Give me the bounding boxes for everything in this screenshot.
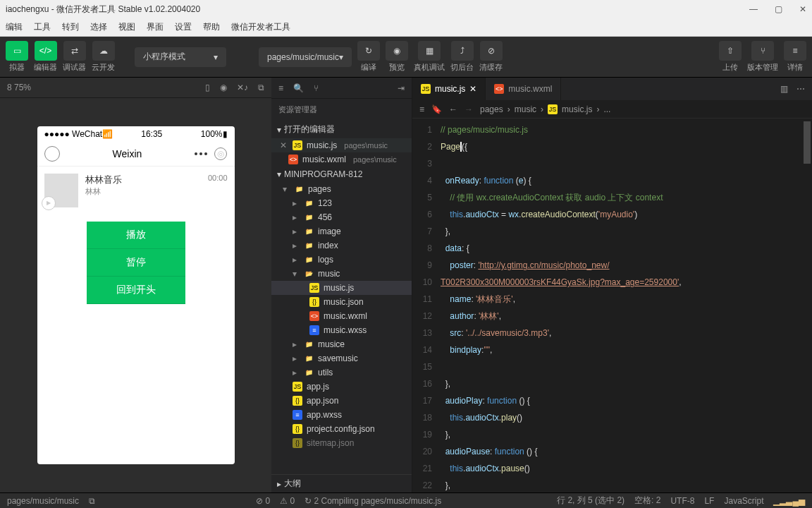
preview-button[interactable]: ◉预览 (386, 41, 408, 73)
minimize-icon[interactable]: — (749, 4, 758, 14)
copy-path-icon[interactable]: ⧉ (89, 496, 95, 506)
zoom-level[interactable]: 8 75% (7, 83, 195, 92)
file-music-js[interactable]: JSmusic.js (271, 281, 412, 295)
folder-music[interactable]: ▾📂music (271, 267, 412, 281)
open-editor-item[interactable]: <>music.wxmlpages\music (271, 152, 412, 167)
maximize-icon[interactable]: ▢ (775, 4, 782, 14)
status-encoding[interactable]: UTF-8 (670, 496, 694, 506)
split-icon[interactable]: ▥ (780, 84, 788, 94)
capsule-close-icon[interactable]: ◎ (214, 147, 227, 160)
outline-header[interactable]: ▸大纲 (271, 474, 412, 492)
realdebug-button[interactable]: ▦真机调试 (414, 41, 445, 73)
signal-icon: ▁▂▃▄▅ (773, 496, 805, 506)
mute-icon[interactable]: ✕♪ (237, 83, 248, 92)
status-spaces[interactable]: 空格: 2 (634, 495, 660, 507)
status-warnings[interactable]: ⚠ 0 (280, 496, 295, 506)
folder-item[interactable]: ▸📁image (271, 224, 412, 238)
bookmark-icon[interactable]: 🔖 (431, 104, 442, 114)
branch-icon[interactable]: ⑂ (314, 83, 319, 93)
menu-goto[interactable]: 转到 (62, 21, 79, 33)
explorer-panel: ≡ 🔍 ⑂ ⇥ 资源管理器 ▾打开的编辑器 ✕JSmusic.jspages\m… (271, 78, 412, 492)
folder-item[interactable]: ▸📁savemusic (271, 351, 412, 365)
bookmark-icon[interactable]: ≡ (419, 104, 424, 114)
explorer-menu-icon[interactable]: ≡ (278, 83, 283, 93)
file-music-wxml[interactable]: <>music.wxml (271, 309, 412, 323)
menu-interface[interactable]: 界面 (147, 21, 164, 33)
menu-help[interactable]: 帮助 (203, 21, 220, 33)
tab-music-js[interactable]: JSmusic.js✕ (412, 78, 486, 100)
device-icon[interactable]: ▯ (205, 83, 210, 92)
close-icon[interactable]: ✕ (799, 4, 806, 14)
pause-button[interactable]: 暂停 (87, 249, 185, 277)
open-editor-item[interactable]: ✕JSmusic.jspages\music (271, 138, 412, 152)
file-music-wxss[interactable]: ≡music.wxss (271, 323, 412, 337)
collapse-icon[interactable]: ⇥ (398, 83, 405, 93)
file-project-config[interactable]: {}project.config.json (271, 422, 412, 436)
menu-edit[interactable]: 编辑 (6, 21, 23, 33)
audio-author: 林林 (85, 186, 201, 197)
details-button[interactable]: ≡详情 (784, 41, 806, 73)
more-icon[interactable]: ⋯ (796, 84, 805, 94)
editor-toggle[interactable]: </>编辑器 (34, 41, 57, 73)
play-button[interactable]: 播放 (87, 222, 185, 249)
simulator-toggle[interactable]: ▭拟器 (6, 41, 28, 73)
debugger-toggle[interactable]: ⇄调试器 (63, 41, 86, 73)
file-sitemap[interactable]: {}sitemap.json (271, 436, 412, 450)
folder-pages[interactable]: ▾📁pages (271, 182, 412, 196)
status-lang[interactable]: JavaScript (724, 496, 763, 506)
folder-item[interactable]: ▸📁musice (271, 337, 412, 351)
record-icon[interactable]: ◉ (220, 83, 227, 92)
cloud-dev[interactable]: ☁云开发 (92, 41, 115, 73)
status-bar: pages/music/music ⧉ ⊘ 0 ⚠ 0 ↻ 2 Compilin… (0, 492, 812, 508)
file-music-json[interactable]: {}music.json (271, 295, 412, 309)
folder-item[interactable]: ▸📁123 (271, 196, 412, 210)
compile-button[interactable]: ↻编译 (357, 41, 380, 73)
menu-settings[interactable]: 设置 (175, 21, 192, 33)
audio-cover[interactable] (44, 174, 78, 207)
explorer-title: 资源管理器 (271, 99, 412, 121)
background-button[interactable]: ⤴切后台 (450, 41, 474, 73)
home-icon[interactable] (44, 146, 60, 162)
status-page-path[interactable]: pages/music/music (7, 496, 79, 506)
search-icon[interactable]: 🔍 (293, 83, 304, 93)
folder-item[interactable]: ▸📁index (271, 238, 412, 253)
status-cursor[interactable]: 行 2, 列 5 (选中 2) (557, 495, 625, 507)
status-eol[interactable]: LF (704, 496, 714, 506)
audio-time: 00:00 (208, 174, 228, 207)
folder-item[interactable]: ▸📁456 (271, 210, 412, 224)
phone-status-bar: ●●●●● WeChat 📶 16:35 100% ▮ (37, 126, 235, 142)
project-header[interactable]: ▾MINIPROGRAM-812 (271, 167, 412, 182)
file-app-wxss[interactable]: ≡app.wxss (271, 408, 412, 422)
restart-button[interactable]: 回到开头 (87, 277, 185, 304)
status-errors[interactable]: ⊘ 0 (256, 496, 270, 506)
version-button[interactable]: ⑂版本管理 (747, 41, 778, 73)
copy-icon[interactable]: ⧉ (258, 83, 264, 92)
close-icon[interactable]: ✕ (280, 140, 288, 150)
time-label: 16:35 (141, 129, 162, 139)
clearcache-button[interactable]: ⊘清缓存 (479, 41, 503, 73)
file-app-json[interactable]: {}app.json (271, 394, 412, 408)
minimap-scroll[interactable] (804, 121, 811, 164)
back-icon[interactable]: ← (449, 104, 457, 114)
upload-button[interactable]: ⇧上传 (719, 41, 742, 73)
menu-view[interactable]: 视图 (118, 21, 135, 33)
mode-dropdown[interactable]: 小程序模式▾ (135, 47, 226, 67)
open-editors-header[interactable]: ▾打开的编辑器 (271, 121, 412, 138)
phone-nav-bar: Weixin ◎ (37, 142, 235, 167)
audio-name: 林林音乐 (85, 174, 201, 186)
folder-item[interactable]: ▸📁logs (271, 253, 412, 267)
capsule-menu-icon[interactable] (195, 152, 207, 155)
folder-item[interactable]: ▸📁utils (271, 365, 412, 380)
nav-title: Weixin (113, 148, 142, 159)
menu-tools[interactable]: 工具 (34, 21, 51, 33)
menu-select[interactable]: 选择 (90, 21, 107, 33)
status-compiling[interactable]: ↻ 2 Compiling pages/music/music.js (304, 496, 441, 506)
file-app-js[interactable]: JSapp.js (271, 380, 412, 394)
title-bar: iaochengxu - 微信开发者工具 Stable v1.02.200402… (0, 0, 812, 18)
forward-icon[interactable]: → (465, 104, 473, 114)
menu-wechat-devtools[interactable]: 微信开发者工具 (231, 21, 290, 33)
code-editor[interactable]: 1// pages/music/music.js 2Page({ 3 4 onR… (412, 119, 812, 492)
tab-music-wxml[interactable]: <>music.wxml (486, 78, 561, 100)
page-dropdown[interactable]: pages/music/music▾ (259, 47, 352, 67)
tab-close-icon[interactable]: ✕ (469, 84, 476, 94)
